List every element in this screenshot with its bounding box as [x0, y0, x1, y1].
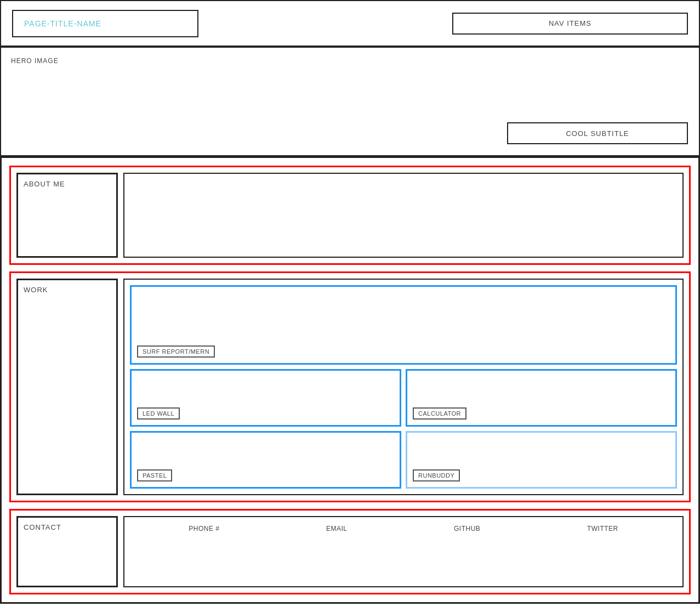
hero-subtitle-text: COOL SUBTITLE: [566, 129, 629, 138]
project-card-calculator[interactable]: CALCULATOR: [406, 369, 677, 427]
contact-phone[interactable]: PHONE #: [189, 525, 219, 532]
project-card-surf[interactable]: SURF REPORT/MERN: [130, 285, 677, 365]
project-card-runbuddy[interactable]: RUNBUDDY: [406, 431, 677, 489]
project-row-small: PASTEL RUNBUDDY: [130, 431, 677, 489]
contact-email[interactable]: EMAIL: [326, 525, 348, 532]
header: PAGE-TITLE-NAME NAV ITEMS: [0, 0, 700, 47]
project-row-medium: LED WALL CALCULATOR: [130, 369, 677, 427]
work-label-box: WORK: [16, 279, 118, 495]
page-title-text: PAGE-TITLE-NAME: [24, 19, 101, 28]
work-section-label: WORK: [24, 286, 48, 294]
contact-twitter[interactable]: TWITTER: [587, 525, 618, 532]
project-grid: SURF REPORT/MERN LED WALL CALCULATOR PAS…: [130, 285, 677, 489]
runbuddy-label: RUNBUDDY: [413, 469, 460, 481]
pastel-label: PASTEL: [137, 469, 172, 481]
contact-section: CONTACT PHONE # EMAIL GITHUB TWITTER: [9, 509, 691, 594]
nav-items-label: NAV ITEMS: [549, 19, 591, 27]
project-card-pastel[interactable]: PASTEL: [130, 431, 401, 489]
nav-items[interactable]: NAV ITEMS: [452, 13, 688, 35]
surf-report-label: SURF REPORT/MERN: [137, 345, 215, 358]
hero-image-label: HERO IMAGE: [11, 57, 59, 65]
contact-label-box: CONTACT: [16, 516, 118, 587]
work-section: WORK SURF REPORT/MERN LED WALL CALCULATO…: [9, 271, 691, 502]
main-content: ABOUT ME WORK SURF REPORT/MERN LED WALL: [0, 156, 700, 604]
hero-subtitle-box: COOL SUBTITLE: [507, 122, 688, 144]
project-card-led-wall[interactable]: LED WALL: [130, 369, 401, 427]
about-label-box: ABOUT ME: [16, 173, 118, 258]
contact-github[interactable]: GITHUB: [454, 525, 480, 532]
contact-links: PHONE # EMAIL GITHUB TWITTER: [135, 523, 671, 532]
calculator-label: CALCULATOR: [413, 407, 466, 420]
hero-section: HERO IMAGE COOL SUBTITLE: [0, 47, 700, 156]
about-section: ABOUT ME: [9, 166, 691, 265]
led-wall-label: LED WALL: [137, 407, 180, 420]
page-title: PAGE-TITLE-NAME: [12, 10, 198, 37]
contact-content-box: PHONE # EMAIL GITHUB TWITTER: [123, 516, 684, 587]
contact-section-label: CONTACT: [24, 523, 61, 531]
work-content-box: SURF REPORT/MERN LED WALL CALCULATOR PAS…: [123, 279, 684, 495]
about-section-label: ABOUT ME: [24, 180, 65, 188]
about-content-box: [123, 173, 684, 258]
